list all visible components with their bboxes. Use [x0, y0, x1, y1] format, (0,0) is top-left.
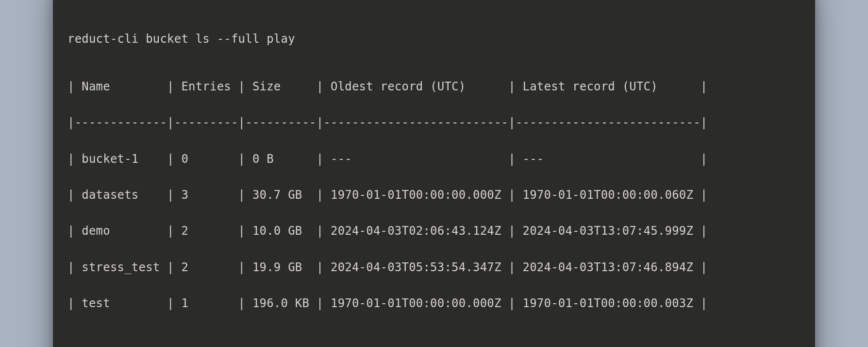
table-header: | Name | Entries | Size | Oldest record …: [67, 78, 801, 96]
table-row: | test | 1 | 196.0 KB | 1970-01-01T00:00…: [67, 295, 801, 312]
table-row: | demo | 2 | 10.0 GB | 2024-04-03T02:06:…: [67, 222, 801, 240]
command-line: reduct-cli bucket ls --full play: [67, 30, 801, 48]
table-row: | bucket-1 | 0 | 0 B | --- | --- |: [67, 150, 801, 168]
terminal-window: reduct-cli bucket ls --full play | Name …: [53, 0, 815, 347]
table-row: | stress_test | 2 | 19.9 GB | 2024-04-03…: [67, 259, 801, 277]
table-row: | datasets | 3 | 30.7 GB | 1970-01-01T00…: [67, 186, 801, 204]
table-divider: |-------------|---------|----------|----…: [67, 114, 801, 132]
terminal-body[interactable]: reduct-cli bucket ls --full play | Name …: [53, 3, 815, 347]
